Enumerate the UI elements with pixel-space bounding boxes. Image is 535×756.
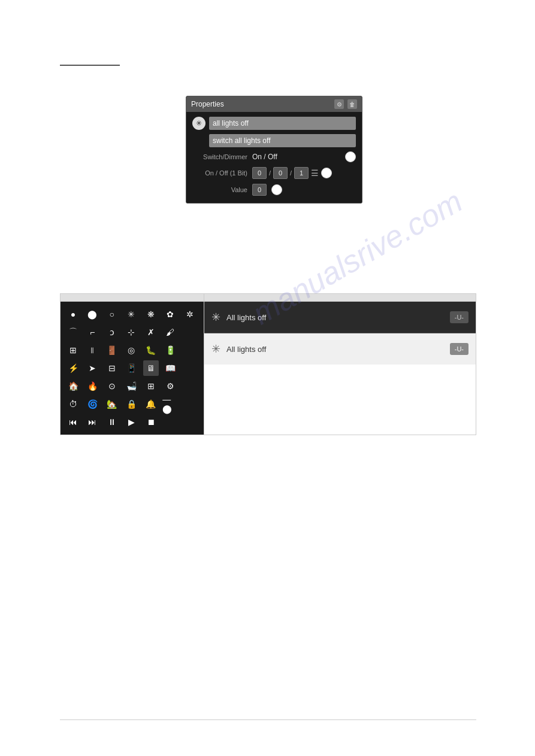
bottom-rule: [60, 719, 476, 720]
onoff-label: On / Off (1 Bit): [192, 169, 252, 177]
switch-dimmer-label: Switch/Dimmer: [192, 153, 252, 160]
grid-icon-circle2[interactable]: ⊙: [104, 378, 120, 394]
description-input[interactable]: [209, 134, 356, 147]
grid-icon-househeart[interactable]: 🏡: [104, 396, 120, 412]
description-row: [192, 134, 356, 147]
value-field: [252, 184, 356, 196]
name-input[interactable]: [209, 117, 356, 130]
grid-icon-phone[interactable]: 📱: [123, 360, 139, 376]
grid-icon-dot[interactable]: ⬤: [84, 306, 100, 322]
grid-icon-bell[interactable]: 🔔: [143, 396, 159, 412]
col2-header: [204, 294, 476, 302]
grid-icon-c[interactable]: ɔ: [104, 324, 120, 340]
grid-icon-next[interactable]: ⏭: [84, 414, 100, 430]
grid-icon-arrow[interactable]: ➤: [84, 360, 100, 376]
grid-icon-paint[interactable]: 🖌: [162, 324, 178, 340]
properties-dialog: Properties ⚙ 🗑 ✳ Switch/Dimmer On / Off: [186, 96, 362, 204]
grid-icon-fan[interactable]: 🌀: [84, 396, 100, 412]
preview-light-label: All lights off: [226, 345, 444, 354]
switch-dimmer-circle: [345, 151, 356, 162]
settings-icon[interactable]: ⚙: [334, 99, 344, 109]
dialog-header: Properties ⚙ 🗑: [186, 96, 362, 112]
grid-icon-prev[interactable]: ⏮: [65, 414, 81, 430]
grid-icon-bars[interactable]: ⦀: [84, 342, 100, 358]
slash1: /: [269, 169, 271, 177]
onoff-value: / / ☰: [252, 167, 356, 179]
delete-icon[interactable]: 🗑: [347, 99, 357, 109]
grid-icon-hook[interactable]: ⌐: [84, 324, 100, 340]
grid-icon-sun1[interactable]: ✳: [123, 306, 139, 322]
grid-icon-bug[interactable]: 🐛: [143, 342, 159, 358]
preview-dark: ✳ All lights off -U-: [204, 302, 476, 333]
grid-icon-arc[interactable]: ⌒: [65, 324, 81, 340]
grid-icon-play[interactable]: ▶: [123, 414, 139, 430]
preview-light-button[interactable]: -U-: [450, 343, 468, 355]
grid-icon-pause[interactable]: ⏸: [104, 414, 120, 430]
dialog-title: Properties: [191, 100, 224, 108]
dialog-header-icons: ⚙ 🗑: [334, 99, 357, 109]
right-preview-cell: ✳ All lights off -U- ✳ All lights off -U…: [204, 302, 476, 435]
sun-icon: ✳: [192, 117, 205, 130]
dialog-body: ✳ Switch/Dimmer On / Off On / Off (1 Bit…: [186, 112, 362, 203]
switch-dimmer-text: On / Off: [252, 153, 277, 161]
grid-icon-blank5: [182, 396, 198, 412]
grid-icon-timer[interactable]: ⏱: [65, 396, 81, 412]
preview-dark-button-label: -U-: [455, 314, 464, 321]
icon-grid-cell: ● ⬤ ○ ✳ ❋ ✿ ✲ ⌒ ⌐ ɔ ⊹ ✗ 🖌 ⊞: [61, 302, 204, 435]
grid-icon-ring[interactable]: ○: [104, 306, 120, 322]
onoff-input1[interactable]: [252, 167, 267, 179]
name-row: ✳: [192, 117, 356, 130]
value-input[interactable]: [252, 184, 267, 196]
onoff-row: On / Off (1 Bit) / / ☰: [192, 167, 356, 179]
grid-icon-battery[interactable]: 🔋: [162, 342, 178, 358]
grid-icon-book[interactable]: 📖: [162, 360, 178, 376]
table-row: ● ⬤ ○ ✳ ❋ ✿ ✲ ⌒ ⌐ ɔ ⊹ ✗ 🖌 ⊞: [61, 302, 476, 435]
value-row: Value: [192, 184, 356, 196]
preview-light-button-label: -U-: [455, 345, 464, 353]
grid-icon-stop[interactable]: ⏹: [143, 414, 159, 430]
grid-icon-flower[interactable]: ✿: [162, 306, 178, 322]
grid-icon-window[interactable]: ⊟: [104, 360, 120, 376]
grid-icon-charge[interactable]: ⚡: [65, 360, 81, 376]
preview-dark-label: All lights off: [226, 313, 444, 322]
slash2: /: [290, 169, 292, 177]
list-icon[interactable]: ☰: [311, 168, 319, 178]
value-circle: [271, 184, 282, 195]
preview-dark-icon: ✳: [211, 311, 220, 324]
grid-icon-sun2[interactable]: ❋: [143, 306, 159, 322]
grid-icon-blank4: [182, 378, 198, 394]
col1-header: [61, 294, 204, 302]
value-label: Value: [192, 186, 252, 193]
grid-icon-target[interactable]: ◎: [123, 342, 139, 358]
grid-icon-grid[interactable]: ⊞: [65, 342, 81, 358]
grid-icon-circle[interactable]: ●: [65, 306, 81, 322]
onoff-input2[interactable]: [273, 167, 288, 179]
grid-icon-home[interactable]: 🏠: [65, 378, 81, 394]
grid-icon-screen[interactable]: 🖥: [143, 360, 159, 376]
grid-icon-blank7: [182, 414, 198, 430]
main-table: ● ⬤ ○ ✳ ❋ ✿ ✲ ⌒ ⌐ ɔ ⊹ ✗ 🖌 ⊞: [60, 293, 476, 435]
switch-dimmer-row: Switch/Dimmer On / Off: [192, 151, 356, 162]
grid-icon-blank1: [182, 324, 198, 340]
preview-light-icon: ✳: [211, 342, 220, 356]
preview-dark-button[interactable]: -U-: [450, 311, 468, 323]
grid-icon-bath[interactable]: 🛁: [123, 378, 139, 394]
grid-icon-x[interactable]: ✗: [143, 324, 159, 340]
top-rule: [60, 65, 120, 66]
preview-light: ✳ All lights off -U-: [204, 333, 476, 365]
grid-icon-houselock[interactable]: 🔒: [123, 396, 139, 412]
switch-dimmer-value: On / Off: [252, 151, 356, 162]
icon-grid: ● ⬤ ○ ✳ ❋ ✿ ✲ ⌒ ⌐ ɔ ⊹ ✗ 🖌 ⊞: [65, 306, 199, 430]
grid-icon-blank6: [162, 414, 178, 430]
grid-icon-blank3: [182, 360, 198, 376]
grid-icon-rays[interactable]: ⊹: [123, 324, 139, 340]
grid-icon-minus[interactable]: —⬤: [162, 396, 178, 412]
grid-icon-blank2: [182, 342, 198, 358]
onoff-circle: [321, 168, 332, 178]
onoff-input3[interactable]: [294, 167, 309, 179]
grid-icon-grid2[interactable]: ⊞: [143, 378, 159, 394]
grid-icon-fire[interactable]: 🔥: [84, 378, 100, 394]
grid-icon-asterisk[interactable]: ✲: [182, 306, 198, 322]
grid-icon-cog[interactable]: ⚙: [162, 378, 178, 394]
grid-icon-door[interactable]: 🚪: [104, 342, 120, 358]
